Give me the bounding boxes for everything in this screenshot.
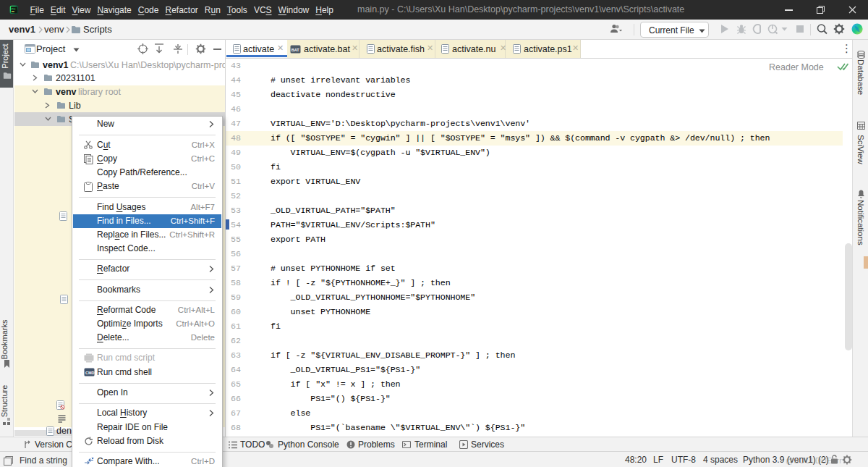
svg-text:PC: PC [12, 7, 16, 11]
svg-text:CMD: CMD [85, 371, 95, 375]
svg-text:BAT: BAT [292, 48, 300, 52]
